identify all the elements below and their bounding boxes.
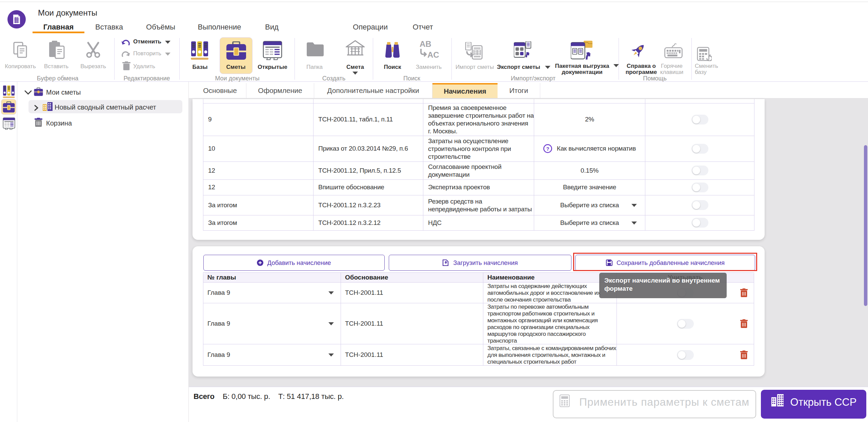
svg-text:AC: AC bbox=[427, 50, 439, 59]
svg-text:?: ? bbox=[546, 146, 549, 152]
svg-text:AB: AB bbox=[420, 40, 431, 49]
